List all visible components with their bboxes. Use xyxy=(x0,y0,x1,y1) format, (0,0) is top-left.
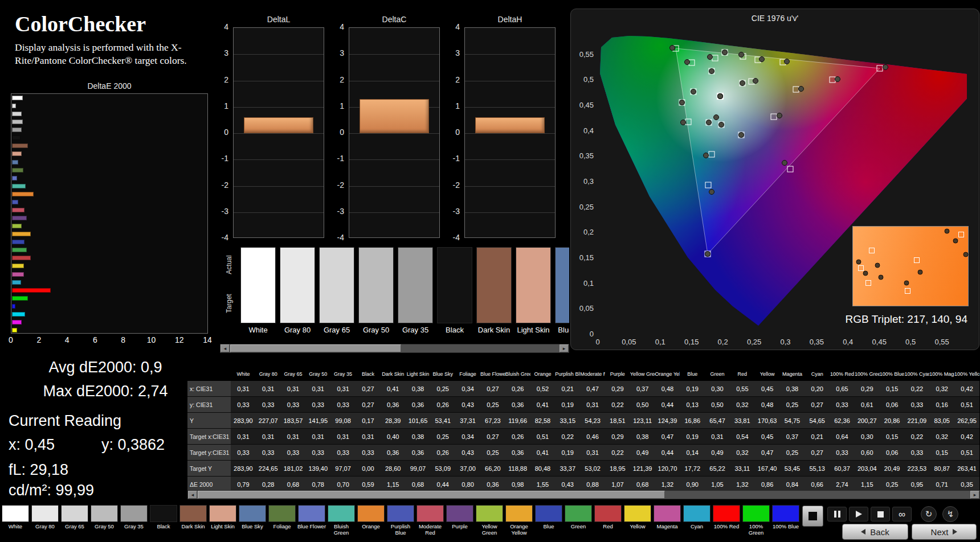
table-cell: 0,15 xyxy=(880,381,905,397)
current-cdm2-value: cd/m²: 99,99 xyxy=(9,482,94,499)
deltae2000-chart xyxy=(11,93,208,334)
table-cell: 54,23 xyxy=(580,413,605,429)
power-button[interactable]: ↯ xyxy=(942,506,958,522)
toolbar-swatch[interactable]: Orange Yellow xyxy=(504,505,534,536)
deltaL-y-tick: 1 xyxy=(207,101,228,110)
toolbar-swatch[interactable]: Moderate Red xyxy=(415,505,445,536)
table-cell: 0,44 xyxy=(655,445,680,461)
scroll-right-arrow-icon[interactable]: ▸ xyxy=(970,491,979,499)
toolbar-swatch[interactable]: Gray 35 xyxy=(119,505,149,530)
table-cell: 0,30 xyxy=(705,381,730,397)
deltaH-y-tick: 3 xyxy=(438,48,460,58)
table-cell: 101,65 xyxy=(406,413,431,429)
toolbar-swatch[interactable]: Blue xyxy=(534,505,564,530)
toolbar-swatch[interactable]: Gray 65 xyxy=(60,505,89,530)
toolbar-swatch[interactable]: Cyan xyxy=(682,505,712,530)
toolbar-swatch[interactable]: Blue Sky xyxy=(238,505,267,530)
table-cell: 0,31 xyxy=(231,429,256,445)
table-cell: 33,37 xyxy=(555,461,580,477)
toolbar-swatch-label: Cyan xyxy=(682,524,712,530)
cie-y-tick: 0,45 xyxy=(572,101,594,109)
grid-line xyxy=(465,54,555,55)
toolbar-swatch[interactable]: Yellow Green xyxy=(475,505,504,536)
table-cell: 118,88 xyxy=(505,461,530,477)
play-button[interactable] xyxy=(849,507,868,522)
grid-line xyxy=(349,159,439,160)
toolbar-swatch[interactable]: Yellow xyxy=(623,505,652,530)
patch-label: Dark Skin xyxy=(476,326,512,334)
toolbar-swatch-label: Moderate Red xyxy=(415,524,445,536)
table-cell: 0,22 xyxy=(905,381,930,397)
next-button[interactable]: Next xyxy=(912,524,977,540)
table-scrollbar-thumb[interactable] xyxy=(198,491,665,499)
table-cell: 0,34 xyxy=(455,429,480,445)
toolbar-swatch-color xyxy=(298,505,325,522)
back-button[interactable]: Back xyxy=(842,524,908,540)
toolbar-swatch[interactable]: Gray 50 xyxy=(89,505,119,530)
toolbar-swatch[interactable]: Orange xyxy=(356,505,386,530)
table-cell: 141,95 xyxy=(305,413,330,429)
toolbar-swatch[interactable]: 100% Blue xyxy=(771,505,801,530)
scroll-right-arrow-icon[interactable]: ▸ xyxy=(560,344,569,352)
toolbar-swatch-label: Foliage xyxy=(267,524,297,530)
toolbar-swatch[interactable]: Purplish Blue xyxy=(386,505,415,536)
table-row: Target x:CIE310,310,310,310,310,310,310,… xyxy=(187,429,979,445)
cie-x-tick: 0,45 xyxy=(868,338,891,346)
toolbar-swatch[interactable]: Light Skin xyxy=(208,505,238,530)
table-cell: 0,19 xyxy=(555,397,580,413)
toolbar-swatch[interactable]: Dark Skin xyxy=(178,505,208,530)
table-scrollbar[interactable]: ◂ ▸ xyxy=(187,490,980,499)
toolbar-swatch[interactable]: Red xyxy=(593,505,623,530)
cie-x-tick: 0,35 xyxy=(805,338,828,346)
cie-x-tick: 0,1 xyxy=(649,338,672,346)
toolbar-swatch[interactable]: Bluish Green xyxy=(326,505,356,536)
table-header-cell: Dark Skin xyxy=(381,367,406,381)
cie-y-tick: 0,4 xyxy=(572,126,594,135)
refresh-button[interactable]: ↻ xyxy=(921,506,937,522)
toolbar-swatch[interactable]: Blue Flower xyxy=(297,505,326,530)
toolbar-swatch[interactable]: Magenta xyxy=(652,505,682,530)
patch-label: Gray 35 xyxy=(398,326,433,334)
strip-patch-cell: White xyxy=(240,247,276,334)
table-header-cell: 100% Magenta xyxy=(929,367,954,381)
cie-measured-point xyxy=(709,189,714,195)
deltae2000-bar xyxy=(12,168,23,173)
toolbar-swatch[interactable]: Green xyxy=(564,505,593,530)
table-cell: 0,25 xyxy=(480,397,505,413)
table-cell: 0,41 xyxy=(530,445,556,461)
continuous-measure-button[interactable]: ∞ xyxy=(892,507,912,522)
table-cell: 0,31 xyxy=(356,429,381,445)
table-cell: 0,45 xyxy=(755,429,780,445)
table-cell: 0,51 xyxy=(954,445,979,461)
deltae2000-bar xyxy=(12,304,15,309)
grid-line xyxy=(349,133,439,134)
cie-measured-point xyxy=(753,78,758,84)
pause-button[interactable] xyxy=(827,507,847,522)
strip-scrollbar-thumb[interactable] xyxy=(230,344,401,352)
table-cell: 0,00 xyxy=(356,461,381,477)
pattern-window-button[interactable] xyxy=(802,506,823,527)
table-cell: 0,37 xyxy=(630,381,655,397)
deltae2000-bar xyxy=(12,216,27,220)
patch-label: Gray 65 xyxy=(319,326,354,334)
table-cell: 119,66 xyxy=(505,413,530,429)
table-cell: 0,33 xyxy=(231,397,256,413)
scroll-left-arrow-icon[interactable]: ◂ xyxy=(188,491,197,499)
toolbar-swatch[interactable]: Foliage xyxy=(267,505,297,530)
deltaL-y-tick: 3 xyxy=(207,48,228,58)
scroll-left-arrow-icon[interactable]: ◂ xyxy=(220,344,230,352)
toolbar-swatch[interactable]: 100% Red xyxy=(712,505,741,530)
strip-scrollbar[interactable]: ◂ ▸ xyxy=(220,344,569,353)
toolbar-swatch[interactable]: White xyxy=(1,505,30,530)
toolbar-swatch[interactable]: Black xyxy=(149,505,178,530)
table-cell: 97,07 xyxy=(330,461,356,477)
stop-button[interactable] xyxy=(871,507,890,522)
toolbar-swatch[interactable]: Purple xyxy=(445,505,475,530)
current-y-value: y: 0,3862 xyxy=(101,436,165,454)
inset-measured-point xyxy=(963,252,968,257)
cie-measured-point xyxy=(684,59,690,65)
toolbar-swatch[interactable]: 100% Green xyxy=(741,505,771,536)
cie-x-tick: 0,5 xyxy=(899,338,922,346)
toolbar-swatch[interactable]: Gray 80 xyxy=(30,505,60,530)
table-cell: 0,45 xyxy=(755,381,780,397)
